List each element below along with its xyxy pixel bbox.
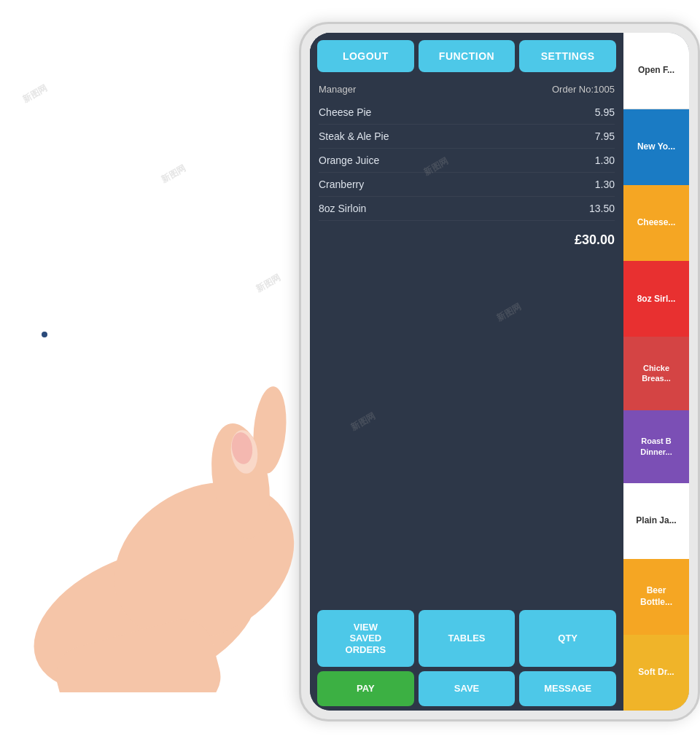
camera-dot bbox=[42, 332, 47, 337]
item-name-5: 8oz Sirloin bbox=[319, 203, 366, 214]
menu-item-new-york[interactable]: New Yo... bbox=[623, 109, 689, 185]
item-price-1: 5.95 bbox=[595, 106, 615, 118]
menu-item-roast-label: Roast BDinner... bbox=[640, 436, 672, 457]
order-total: £30.00 bbox=[319, 221, 615, 254]
tables-button[interactable]: TABLES bbox=[419, 610, 516, 668]
menu-panel: Open F... New Yo... Cheese... 8oz Sirl..… bbox=[623, 33, 689, 711]
item-price-2: 7.95 bbox=[595, 130, 615, 142]
item-price-5: 13.50 bbox=[589, 203, 615, 214]
order-header: Manager Order No:1005 bbox=[319, 84, 615, 95]
menu-item-roast[interactable]: Roast BDinner... bbox=[623, 410, 689, 483]
hand-illustration bbox=[0, 255, 379, 692]
watermark-2: 新图网 bbox=[159, 162, 188, 186]
item-name-1: Cheese Pie bbox=[319, 106, 371, 118]
save-button[interactable]: SAVE bbox=[419, 671, 516, 706]
top-button-row: LOGOUT FUNCTION SETTINGS bbox=[310, 33, 623, 77]
order-item-4[interactable]: Cranberry 1.30 bbox=[319, 173, 615, 197]
settings-button[interactable]: SETTINGS bbox=[519, 40, 616, 72]
qty-button[interactable]: QTY bbox=[519, 610, 616, 668]
menu-item-open-floor[interactable]: Open F... bbox=[623, 33, 689, 109]
menu-item-soft-drink-label: Soft Dr... bbox=[638, 667, 674, 678]
logout-button[interactable]: LOGOUT bbox=[317, 40, 414, 72]
menu-item-plain-label: Plain Ja... bbox=[636, 515, 676, 527]
item-price-4: 1.30 bbox=[595, 179, 615, 190]
menu-item-chicken-label: ChickeBreas... bbox=[642, 363, 671, 384]
menu-item-cheese[interactable]: Cheese... bbox=[623, 185, 689, 261]
item-name-4: Cranberry bbox=[319, 179, 364, 190]
watermark-1: 新图网 bbox=[20, 82, 50, 106]
menu-item-beer-label: BeerBottle... bbox=[640, 585, 672, 608]
order-item-1[interactable]: Cheese Pie 5.95 bbox=[319, 101, 615, 125]
menu-item-beer[interactable]: BeerBottle... bbox=[623, 559, 689, 635]
order-number: Order No:1005 bbox=[552, 84, 615, 95]
order-item-2[interactable]: Steak & Ale Pie 7.95 bbox=[319, 125, 615, 149]
menu-item-sirloin[interactable]: 8oz Sirl... bbox=[623, 261, 689, 337]
manager-label: Manager bbox=[319, 84, 356, 95]
menu-item-plain[interactable]: Plain Ja... bbox=[623, 483, 689, 559]
item-price-3: 1.30 bbox=[595, 155, 615, 166]
menu-item-chicken[interactable]: ChickeBreas... bbox=[623, 337, 689, 410]
total-amount: £30.00 bbox=[575, 232, 615, 248]
item-name-3: Orange Juice bbox=[319, 155, 379, 166]
menu-item-new-york-label: New Yo... bbox=[637, 141, 675, 153]
item-name-2: Steak & Ale Pie bbox=[319, 130, 389, 142]
menu-item-sirloin-label: 8oz Sirl... bbox=[637, 294, 676, 305]
menu-item-cheese-label: Cheese... bbox=[637, 217, 676, 229]
order-item-3[interactable]: Orange Juice 1.30 bbox=[319, 149, 615, 173]
menu-item-soft-drink[interactable]: Soft Dr... bbox=[623, 635, 689, 711]
menu-item-open-floor-label: Open F... bbox=[638, 65, 674, 77]
message-button[interactable]: MESSAGE bbox=[519, 671, 616, 706]
order-item-5[interactable]: 8oz Sirloin 13.50 bbox=[319, 197, 615, 221]
function-button[interactable]: FUNCTION bbox=[419, 40, 516, 72]
